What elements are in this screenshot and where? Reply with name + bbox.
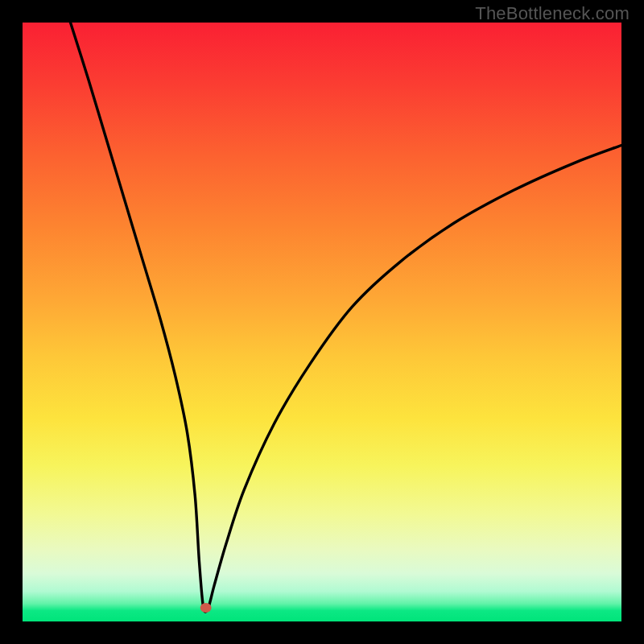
watermark-text: TheBottleneck.com <box>475 3 630 24</box>
chart-background-gradient <box>23 23 621 621</box>
chart-frame <box>23 23 621 621</box>
